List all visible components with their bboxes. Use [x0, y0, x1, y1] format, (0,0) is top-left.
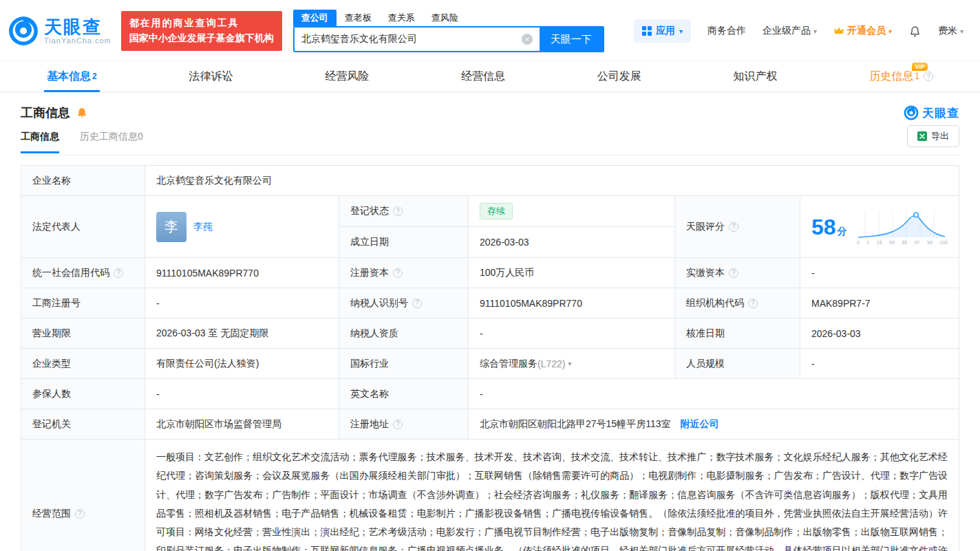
taxpayer-quality-label: 纳税人资质	[339, 318, 469, 349]
industry-label: 国标行业	[339, 349, 469, 379]
nav-business-cooperation[interactable]: 商务合作	[707, 25, 746, 37]
taxpayer-id-value: 91110105MAK89PR770	[469, 288, 675, 318]
industry-value: 综合管理服务(L722) ▾	[469, 349, 675, 379]
tab-badge: 2	[92, 72, 97, 81]
reg-number-value: -	[145, 288, 339, 318]
reg-status-label: 登记状态?	[339, 196, 469, 227]
search-tab-company[interactable]: 查公司	[293, 10, 337, 26]
credit-code-value: 91110105MAK89PR770	[145, 258, 339, 288]
enterprise-label: 企业级产品	[763, 25, 811, 37]
establish-date-value: 2026-03-03	[469, 227, 675, 258]
vip-badge: VIP	[912, 63, 928, 71]
taxpayer-id-label: 纳税人识别号?	[339, 288, 469, 318]
tab-operating-risk[interactable]: 经营风险	[322, 61, 372, 91]
search-input[interactable]	[295, 28, 522, 51]
tab-label: 基本信息	[47, 69, 91, 84]
staff-size-label: 人员规模	[675, 349, 800, 379]
company-type-label: 企业类型	[21, 349, 145, 379]
export-button[interactable]: 导出	[907, 125, 959, 147]
company-name-label: 企业名称	[21, 166, 145, 196]
subscribe-bell-icon[interactable]	[76, 107, 88, 119]
help-icon[interactable]: ?	[924, 72, 933, 81]
watermark-logo: 天眼查	[904, 105, 959, 121]
table-row: 登记机关 北京市朝阳区市场监督管理局 注册地址? 北京市朝阳区朝阳北路甲27号1…	[21, 409, 959, 440]
tianyancha-logo-icon	[8, 16, 39, 46]
sub-tabs: 工商信息 历史工商信息0 导出	[21, 131, 959, 155]
user-menu[interactable]: 费米 ▾	[938, 25, 963, 37]
search-tabs: 查公司 查老板 查关系 查风险	[293, 10, 604, 26]
legal-rep-avatar[interactable]: 李	[156, 212, 187, 242]
paid-capital-label: 实缴资本?	[675, 258, 800, 288]
watermark-text: 天眼查	[922, 105, 959, 121]
export-label: 导出	[931, 130, 949, 142]
score-number: 58	[811, 215, 836, 239]
header-nav: 应用 ▾ 商务合作 企业级产品 ▾ 开通会员 ▾ 费米 ▾	[634, 19, 963, 43]
chevron-down-icon: ▾	[960, 28, 963, 35]
tianyancha-logo[interactable]: 天眼查 TianYanCha.com	[8, 16, 111, 46]
tab-badge: 1	[915, 72, 919, 81]
search-tab-boss[interactable]: 查老板	[337, 10, 380, 26]
company-name-value: 北京鹤玺音乐文化有限公司	[145, 166, 959, 196]
search-tab-risk[interactable]: 查风险	[423, 10, 467, 26]
nav-open-vip[interactable]: 开通会员 ▾	[833, 25, 892, 37]
tab-label: 经营信息	[461, 69, 505, 84]
search-button[interactable]: 天眼一下	[540, 28, 603, 51]
help-icon[interactable]: ?	[114, 268, 123, 278]
address-label: 注册地址?	[339, 409, 469, 440]
score-axis-ticks: 011550859799100	[857, 240, 948, 245]
subtab-history-business-info[interactable]: 历史工商信息0	[80, 131, 143, 151]
help-icon[interactable]: ?	[393, 420, 403, 429]
insured-label: 参保人数	[21, 379, 145, 409]
excel-icon	[917, 131, 927, 141]
chevron-down-icon[interactable]: ▾	[568, 360, 571, 367]
username: 费米	[938, 25, 957, 37]
help-icon[interactable]: ?	[75, 509, 85, 519]
apps-menu[interactable]: 应用 ▾	[634, 19, 691, 43]
help-icon[interactable]: ?	[393, 268, 403, 278]
establish-date-label: 成立日期	[339, 227, 469, 258]
nearby-companies-link[interactable]: 附近公司	[680, 418, 718, 431]
table-row: 统一社会信用代码? 91110105MAK89PR770 注册资本? 100万人…	[21, 258, 959, 288]
help-icon[interactable]: ?	[748, 299, 758, 308]
approval-date-value: 2026-03-03	[800, 318, 959, 349]
help-icon[interactable]: ?	[412, 299, 422, 308]
search-area: 查公司 查老板 查关系 查风险 × 天眼一下	[293, 10, 604, 52]
subtab-business-info[interactable]: 工商信息	[21, 131, 59, 153]
logo-title: 天眼查	[44, 17, 111, 37]
search-tab-relation[interactable]: 查关系	[380, 10, 423, 26]
table-row: 参保人数 - 英文名称 -	[21, 379, 959, 409]
clear-search-icon[interactable]: ×	[522, 34, 533, 45]
section-title-row: 工商信息	[21, 105, 88, 121]
tab-label: 知识产权	[734, 69, 778, 84]
reg-capital-value: 100万人民币	[469, 258, 675, 288]
tab-operating-info[interactable]: 经营信息	[458, 61, 508, 91]
bell-icon	[908, 25, 922, 38]
help-icon[interactable]: ?	[393, 206, 403, 216]
score-value[interactable]: 58分 011550859799100	[800, 196, 959, 258]
help-icon[interactable]: ?	[729, 268, 738, 278]
tab-basic-info[interactable]: 基本信息2	[44, 61, 100, 91]
tab-legal-proceedings[interactable]: 法律诉讼	[186, 61, 235, 91]
section-header: 工商信息 天眼查	[21, 105, 959, 121]
nav-enterprise-products[interactable]: 企业级产品 ▾	[763, 25, 817, 37]
business-term-value: 2026-03-03 至 无固定期限	[145, 318, 339, 349]
section-title: 工商信息	[21, 105, 70, 121]
tab-history-info[interactable]: VIP 历史信息1 ?	[866, 61, 936, 91]
legal-rep-link[interactable]: 李莼	[193, 221, 213, 233]
reg-authority-value: 北京市朝阳区市场监督管理局	[145, 409, 339, 440]
reg-number-label: 工商注册号	[21, 288, 145, 318]
business-scope-value: 一般项目：文艺创作；组织文化艺术交流活动；票务代理服务；技术服务、技术开发、技术…	[145, 440, 959, 551]
business-scope-label: 经营范围?	[21, 440, 145, 551]
company-type-value: 有限责任公司(法人独资)	[145, 349, 339, 379]
reg-status-value: 存续	[469, 196, 675, 227]
credit-code-label: 统一社会信用代码?	[21, 258, 145, 288]
score-curve-chart: 011550859799100	[857, 209, 948, 245]
taxpayer-quality-value: -	[469, 318, 675, 349]
tab-company-development[interactable]: 公司发展	[595, 61, 644, 91]
help-icon[interactable]: ?	[729, 222, 738, 232]
logo-subtitle: TianYanCha.com	[44, 36, 111, 45]
tab-intellectual-property[interactable]: 知识产权	[731, 61, 780, 91]
tab-label: 经营风险	[325, 69, 369, 84]
notifications-button[interactable]	[908, 25, 922, 38]
table-row: 经营范围? 一般项目：文艺创作；组织文化艺术交流活动；票务代理服务；技术服务、技…	[21, 440, 959, 551]
